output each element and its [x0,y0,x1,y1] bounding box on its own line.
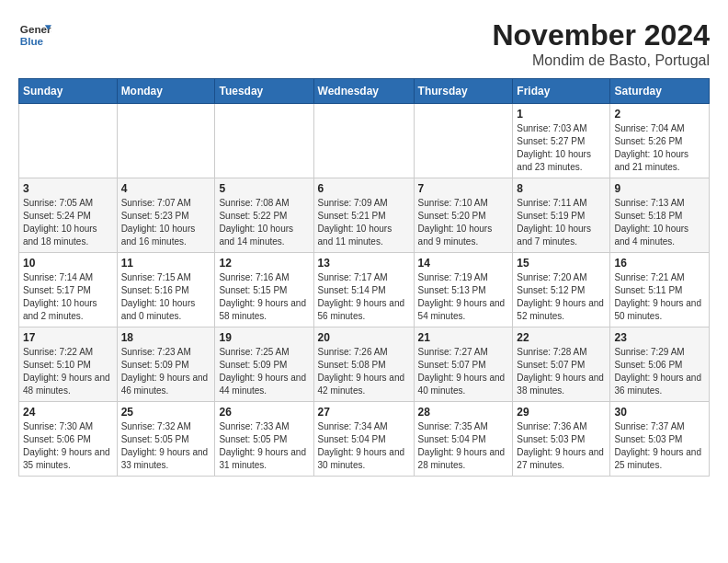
day-cell: 3Sunrise: 7:05 AM Sunset: 5:24 PM Daylig… [19,178,118,253]
day-cell: 5Sunrise: 7:08 AM Sunset: 5:22 PM Daylig… [215,178,313,253]
day-number: 6 [318,182,410,195]
calendar: SundayMondayTuesdayWednesdayThursdayFrid… [18,78,710,477]
day-number: 3 [23,182,113,195]
subtitle: Mondim de Basto, Portugal [492,52,710,69]
weekday-wednesday: Wednesday [313,79,414,104]
day-cell: 11Sunrise: 7:15 AM Sunset: 5:16 PM Dayli… [117,253,215,327]
day-cell: 26Sunrise: 7:33 AM Sunset: 5:05 PM Dayli… [215,402,313,477]
day-info: Sunrise: 7:25 AM Sunset: 5:09 PM Dayligh… [219,346,309,397]
day-info: Sunrise: 7:36 AM Sunset: 5:03 PM Dayligh… [517,420,606,472]
day-cell: 23Sunrise: 7:29 AM Sunset: 5:06 PM Dayli… [610,327,710,402]
day-info: Sunrise: 7:05 AM Sunset: 5:24 PM Dayligh… [23,197,113,248]
day-cell [313,104,414,178]
day-number: 21 [418,331,509,344]
weekday-monday: Monday [117,79,215,104]
week-row-4: 17Sunrise: 7:22 AM Sunset: 5:10 PM Dayli… [19,327,710,402]
day-number: 2 [614,108,705,121]
day-info: Sunrise: 7:22 AM Sunset: 5:10 PM Dayligh… [23,346,113,397]
day-cell: 6Sunrise: 7:09 AM Sunset: 5:21 PM Daylig… [313,178,414,253]
day-number: 14 [418,257,509,270]
day-number: 11 [121,257,211,270]
day-number: 12 [219,257,309,270]
weekday-thursday: Thursday [414,79,513,104]
day-number: 20 [318,331,410,344]
day-info: Sunrise: 7:04 AM Sunset: 5:26 PM Dayligh… [614,122,705,174]
day-number: 18 [121,331,211,344]
day-cell: 29Sunrise: 7:36 AM Sunset: 5:03 PM Dayli… [513,402,610,477]
day-cell: 19Sunrise: 7:25 AM Sunset: 5:09 PM Dayli… [215,327,313,402]
day-cell: 4Sunrise: 7:07 AM Sunset: 5:23 PM Daylig… [117,178,215,253]
calendar-header: SundayMondayTuesdayWednesdayThursdayFrid… [19,79,710,104]
day-number: 7 [418,182,509,195]
day-cell: 30Sunrise: 7:37 AM Sunset: 5:03 PM Dayli… [610,402,710,477]
day-info: Sunrise: 7:27 AM Sunset: 5:07 PM Dayligh… [418,346,509,397]
day-info: Sunrise: 7:10 AM Sunset: 5:20 PM Dayligh… [418,197,509,248]
day-cell: 2Sunrise: 7:04 AM Sunset: 5:26 PM Daylig… [610,104,710,178]
day-cell: 21Sunrise: 7:27 AM Sunset: 5:07 PM Dayli… [414,327,513,402]
day-cell: 17Sunrise: 7:22 AM Sunset: 5:10 PM Dayli… [19,327,118,402]
day-number: 16 [614,257,705,270]
day-number: 22 [517,331,606,344]
svg-text:Blue: Blue [20,35,44,47]
day-number: 9 [614,182,705,195]
logo: General Blue [18,18,51,52]
day-number: 27 [318,406,410,419]
day-number: 8 [517,182,606,195]
day-number: 19 [219,331,309,344]
day-cell [414,104,513,178]
day-cell: 15Sunrise: 7:20 AM Sunset: 5:12 PM Dayli… [513,253,610,327]
day-cell: 25Sunrise: 7:32 AM Sunset: 5:05 PM Dayli… [117,402,215,477]
weekday-sunday: Sunday [19,79,118,104]
day-cell: 14Sunrise: 7:19 AM Sunset: 5:13 PM Dayli… [414,253,513,327]
weekday-saturday: Saturday [610,79,710,104]
day-number: 4 [121,182,211,195]
day-info: Sunrise: 7:14 AM Sunset: 5:17 PM Dayligh… [23,271,113,323]
day-info: Sunrise: 7:33 AM Sunset: 5:05 PM Dayligh… [219,420,309,472]
day-cell: 10Sunrise: 7:14 AM Sunset: 5:17 PM Dayli… [19,253,118,327]
weekday-friday: Friday [513,79,610,104]
day-info: Sunrise: 7:26 AM Sunset: 5:08 PM Dayligh… [318,346,410,397]
day-cell: 7Sunrise: 7:10 AM Sunset: 5:20 PM Daylig… [414,178,513,253]
day-info: Sunrise: 7:15 AM Sunset: 5:16 PM Dayligh… [121,271,211,323]
day-info: Sunrise: 7:17 AM Sunset: 5:14 PM Dayligh… [318,271,410,323]
weekday-tuesday: Tuesday [215,79,313,104]
day-info: Sunrise: 7:19 AM Sunset: 5:13 PM Dayligh… [418,271,509,323]
day-number: 29 [517,406,606,419]
day-number: 5 [219,182,309,195]
day-cell: 24Sunrise: 7:30 AM Sunset: 5:06 PM Dayli… [19,402,118,477]
day-info: Sunrise: 7:30 AM Sunset: 5:06 PM Dayligh… [23,420,113,472]
day-cell: 18Sunrise: 7:23 AM Sunset: 5:09 PM Dayli… [117,327,215,402]
day-info: Sunrise: 7:23 AM Sunset: 5:09 PM Dayligh… [121,346,211,397]
week-row-1: 1Sunrise: 7:03 AM Sunset: 5:27 PM Daylig… [19,104,710,178]
day-info: Sunrise: 7:08 AM Sunset: 5:22 PM Dayligh… [219,197,309,248]
day-info: Sunrise: 7:09 AM Sunset: 5:21 PM Dayligh… [318,197,410,248]
page-header: General Blue November 2024 Mondim de Bas… [18,18,710,69]
day-number: 30 [614,406,705,419]
day-info: Sunrise: 7:11 AM Sunset: 5:19 PM Dayligh… [517,197,606,248]
day-number: 26 [219,406,309,419]
title-section: November 2024 Mondim de Basto, Portugal [492,18,710,69]
main-title: November 2024 [492,18,710,52]
day-info: Sunrise: 7:07 AM Sunset: 5:23 PM Dayligh… [121,197,211,248]
day-cell: 20Sunrise: 7:26 AM Sunset: 5:08 PM Dayli… [313,327,414,402]
week-row-3: 10Sunrise: 7:14 AM Sunset: 5:17 PM Dayli… [19,253,710,327]
calendar-body: 1Sunrise: 7:03 AM Sunset: 5:27 PM Daylig… [19,104,710,477]
day-number: 23 [614,331,705,344]
day-cell: 9Sunrise: 7:13 AM Sunset: 5:18 PM Daylig… [610,178,710,253]
day-info: Sunrise: 7:20 AM Sunset: 5:12 PM Dayligh… [517,271,606,323]
day-info: Sunrise: 7:13 AM Sunset: 5:18 PM Dayligh… [614,197,705,248]
day-cell [19,104,118,178]
day-info: Sunrise: 7:34 AM Sunset: 5:04 PM Dayligh… [318,420,410,472]
day-number: 28 [418,406,509,419]
day-cell: 1Sunrise: 7:03 AM Sunset: 5:27 PM Daylig… [513,104,610,178]
day-info: Sunrise: 7:37 AM Sunset: 5:03 PM Dayligh… [614,420,705,472]
day-info: Sunrise: 7:32 AM Sunset: 5:05 PM Dayligh… [121,420,211,472]
day-number: 24 [23,406,113,419]
day-cell: 13Sunrise: 7:17 AM Sunset: 5:14 PM Dayli… [313,253,414,327]
day-number: 13 [318,257,410,270]
day-cell: 16Sunrise: 7:21 AM Sunset: 5:11 PM Dayli… [610,253,710,327]
day-number: 1 [517,108,606,121]
day-cell [117,104,215,178]
day-cell: 12Sunrise: 7:16 AM Sunset: 5:15 PM Dayli… [215,253,313,327]
day-info: Sunrise: 7:29 AM Sunset: 5:06 PM Dayligh… [614,346,705,397]
